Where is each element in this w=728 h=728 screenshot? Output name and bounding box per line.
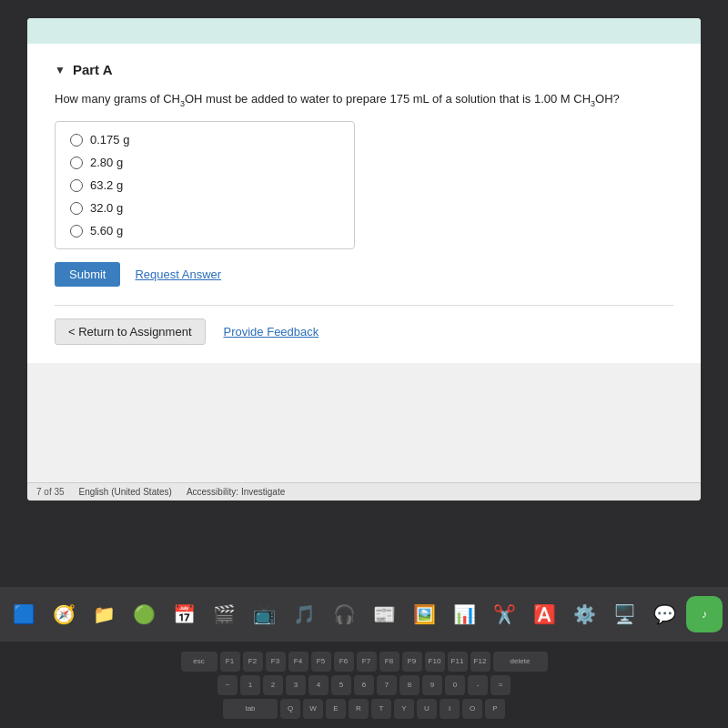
key-o[interactable]: O	[462, 699, 482, 719]
key-r[interactable]: R	[349, 699, 369, 719]
key-1[interactable]: 1	[240, 675, 260, 695]
option-5-label: 5.60 g	[90, 224, 123, 238]
dock-icon-news[interactable]: 📰	[366, 596, 402, 632]
collapse-arrow-icon[interactable]: ▼	[55, 64, 66, 76]
key-6[interactable]: 6	[354, 675, 374, 695]
dock-icon-appstore[interactable]: 🅰️	[526, 596, 562, 632]
dock-icon-safari[interactable]: 🧭	[46, 596, 82, 632]
dock-icon-facetime[interactable]: 🟢	[126, 596, 162, 632]
language-indicator: English (United States)	[79, 487, 172, 497]
content-area: ▼ Part A How many grams of CH3OH must be…	[27, 44, 701, 363]
key-f1[interactable]: F1	[220, 652, 240, 672]
keyboard: esc F1 F2 F3 F4 F5 F6 F7 F8 F9 F10 F11 F…	[0, 642, 728, 728]
key-9[interactable]: 9	[422, 675, 442, 695]
key-f7[interactable]: F7	[357, 652, 377, 672]
dock-icon-snip[interactable]: ✂️	[486, 596, 522, 632]
option-3-label: 63.2 g	[90, 178, 123, 192]
laptop-screen: ▼ Part A How many grams of CH3OH must be…	[27, 18, 701, 500]
key-0[interactable]: 0	[445, 675, 465, 695]
dock-icon-quicktime[interactable]: 🎬	[206, 596, 242, 632]
return-to-assignment-button[interactable]: < Return to Assignment	[55, 318, 206, 345]
option-5[interactable]: 5.60 g	[70, 224, 339, 238]
key-f6[interactable]: F6	[334, 652, 354, 672]
dock-icon-finder[interactable]: 📁	[86, 596, 122, 632]
dock-icon-tv[interactable]: 📺	[246, 596, 282, 632]
status-bar: 7 of 35 English (United States) Accessib…	[27, 482, 701, 500]
key-q[interactable]: Q	[280, 699, 300, 719]
key-esc[interactable]: esc	[181, 652, 217, 672]
key-tilde[interactable]: ~	[217, 675, 238, 695]
dock-icon-spotify[interactable]: ♪	[686, 596, 723, 632]
dock-icon-calendar[interactable]: 📅	[166, 596, 202, 632]
key-delete[interactable]: delete	[493, 652, 548, 672]
key-y[interactable]: Y	[394, 699, 414, 719]
option-2[interactable]: 2.80 g	[70, 156, 339, 169]
option-1-label: 0.175 g	[90, 133, 129, 147]
dock-icon-podcasts[interactable]: 🎧	[326, 596, 362, 632]
key-f4[interactable]: F4	[288, 652, 308, 672]
submit-button[interactable]: Submit	[55, 262, 120, 287]
radio-circle-5	[70, 225, 83, 238]
dock-icon-settings[interactable]: ⚙️	[566, 596, 602, 632]
option-4[interactable]: 32.0 g	[70, 201, 339, 215]
key-7[interactable]: 7	[377, 675, 397, 695]
option-2-label: 2.80 g	[90, 156, 123, 169]
key-f12[interactable]: F12	[470, 652, 490, 672]
answer-choices-box: 0.175 g 2.80 g 63.2 g 32.0 g 5.60 g	[55, 121, 355, 249]
key-f10[interactable]: F10	[425, 652, 445, 672]
key-4[interactable]: 4	[308, 675, 329, 695]
key-p[interactable]: P	[485, 699, 505, 719]
dock-icon-launchpad[interactable]: 🟦	[5, 596, 42, 632]
accessibility-indicator: Accessibility: Investigate	[187, 487, 285, 497]
key-f3[interactable]: F3	[266, 652, 286, 672]
key-minus[interactable]: -	[468, 675, 488, 695]
key-tab[interactable]: tab	[223, 699, 278, 719]
key-u[interactable]: U	[417, 699, 437, 719]
radio-circle-2	[70, 157, 83, 169]
key-8[interactable]: 8	[399, 675, 420, 695]
key-f11[interactable]: F11	[448, 652, 468, 672]
key-f8[interactable]: F8	[379, 652, 399, 672]
key-w[interactable]: W	[303, 699, 323, 719]
provide-feedback-link[interactable]: Provide Feedback	[224, 325, 319, 339]
radio-circle-3	[70, 179, 83, 192]
key-2[interactable]: 2	[263, 675, 283, 695]
part-header: ▼ Part A	[55, 62, 673, 77]
key-equals[interactable]: =	[490, 675, 511, 695]
radio-circle-4	[70, 202, 83, 215]
key-f2[interactable]: F2	[243, 652, 263, 672]
bottom-nav: < Return to Assignment Provide Feedback	[55, 318, 673, 345]
function-key-row: esc F1 F2 F3 F4 F5 F6 F7 F8 F9 F10 F11 F…	[181, 652, 548, 672]
option-4-label: 32.0 g	[90, 201, 123, 215]
action-row: Submit Request Answer	[55, 262, 673, 287]
divider	[55, 305, 673, 306]
dock-icon-music[interactable]: 🎵	[286, 596, 322, 632]
key-i[interactable]: I	[440, 699, 460, 719]
radio-circle-1	[70, 134, 83, 147]
dock: 🟦 🧭 📁 🟢 📅 🎬 📺 🎵 🎧 📰 🖼️ 📊 ✂️ 🅰️ ⚙️ 🖥️ 💬 ♪	[0, 587, 728, 642]
request-answer-link[interactable]: Request Answer	[135, 268, 221, 281]
dock-icon-display[interactable]: 🖥️	[606, 596, 642, 632]
qwerty-row: tab Q W E R T Y U I O P	[223, 699, 505, 719]
part-title: Part A	[73, 62, 113, 77]
key-f9[interactable]: F9	[402, 652, 422, 672]
dock-icon-photos[interactable]: 🖼️	[406, 596, 442, 632]
key-t[interactable]: T	[371, 699, 391, 719]
dock-icon-messages[interactable]: 💬	[646, 596, 682, 632]
laptop-body: ▼ Part A How many grams of CH3OH must be…	[0, 0, 728, 728]
question-text: How many grams of CH3OH must be added to…	[55, 90, 673, 110]
option-1[interactable]: 0.175 g	[70, 133, 339, 147]
number-key-row: ~ 1 2 3 4 5 6 7 8 9 0 - =	[217, 675, 511, 695]
dock-icon-numbers[interactable]: 📊	[446, 596, 482, 632]
key-f5[interactable]: F5	[311, 652, 331, 672]
option-3[interactable]: 63.2 g	[70, 178, 339, 192]
page-indicator: 7 of 35	[36, 487, 65, 497]
key-3[interactable]: 3	[286, 675, 306, 695]
key-5[interactable]: 5	[331, 675, 351, 695]
top-bar	[27, 18, 701, 44]
key-e[interactable]: E	[326, 699, 346, 719]
